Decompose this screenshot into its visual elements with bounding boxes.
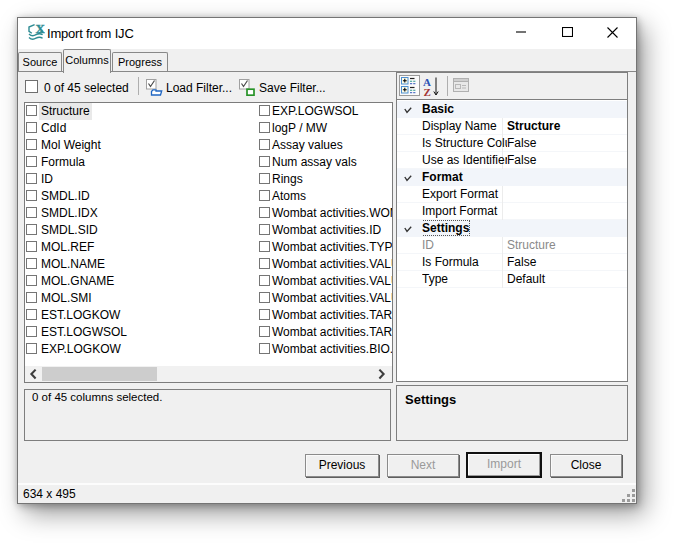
svg-text:Z: Z (424, 86, 431, 97)
svg-text:X: X (36, 22, 45, 36)
